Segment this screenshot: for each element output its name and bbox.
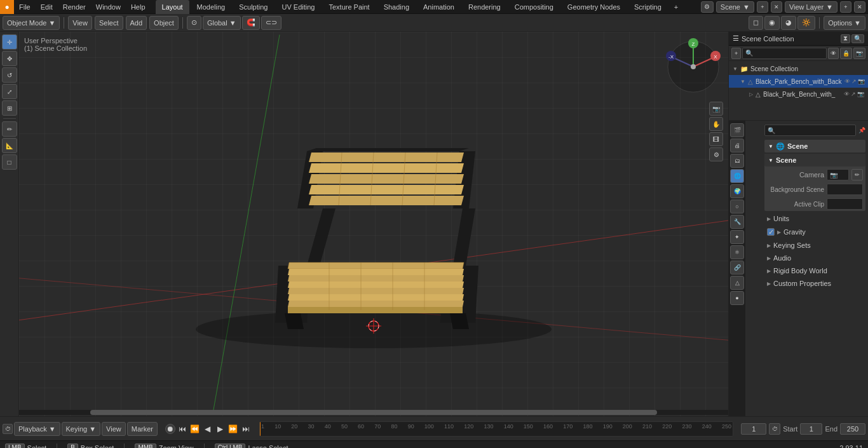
transform-tool[interactable]: ⊞ — [2, 100, 17, 116]
outliner-restrict-btn[interactable]: 🔒 — [840, 48, 852, 59]
props-constraints-btn[interactable]: 🔗 — [730, 261, 744, 275]
frame-time-mode-btn[interactable]: ⏱ — [769, 423, 780, 435]
user-preferences-btn[interactable]: ⚙ — [701, 1, 714, 13]
props-pin-btn[interactable]: 📌 — [858, 127, 865, 133]
props-world-btn[interactable]: 🌍 — [730, 184, 744, 198]
marker-menu[interactable]: Marker — [127, 422, 158, 436]
tab-rendering[interactable]: Rendering — [462, 0, 507, 14]
props-audio-section[interactable]: ▶ Audio — [764, 252, 865, 264]
item-view-icon[interactable]: 👁 — [844, 78, 850, 85]
timeline-view-menu[interactable]: View — [102, 422, 126, 436]
keying-menu[interactable]: Keying ▼ — [62, 422, 101, 436]
play-btn[interactable]: ▶ — [215, 423, 226, 435]
proportional-edit-btn[interactable]: ⊂⊃ — [261, 16, 281, 30]
timeline-mode-btn[interactable]: ⏱ — [3, 424, 13, 434]
tab-animation[interactable]: Animation — [417, 0, 461, 14]
outliner-search-btn[interactable]: 🔍 — [851, 34, 864, 43]
cursor-tool[interactable]: ✛ — [2, 34, 17, 50]
gravity-checkbox[interactable]: ✓ — [767, 228, 775, 236]
tab-layout[interactable]: Layout — [156, 0, 189, 14]
view-menu[interactable]: View — [68, 16, 92, 30]
viewport[interactable]: User Perspective (1) Scene Collection — [19, 32, 728, 416]
viewlayer-add-btn[interactable]: + — [840, 1, 851, 13]
object-menu[interactable]: Object — [149, 16, 179, 30]
bg-scene-input[interactable] — [827, 184, 863, 195]
item2-select-icon[interactable]: ↗ — [851, 91, 856, 97]
props-material-btn[interactable]: ● — [730, 291, 744, 305]
outliner-filter-btn[interactable]: ⧗ — [841, 34, 850, 43]
rotate-tool[interactable]: ↺ — [2, 67, 17, 83]
hand-tool-btn[interactable]: ✋ — [709, 117, 723, 131]
jump-end-btn[interactable]: ⏭ — [240, 423, 252, 435]
props-output-btn[interactable]: 🖨 — [730, 139, 744, 153]
menu-edit[interactable]: Edit — [36, 0, 58, 14]
play-reverse-btn[interactable]: ◀ — [202, 423, 214, 435]
add-menu[interactable]: Add — [126, 16, 147, 30]
props-custom-props-section[interactable]: ▶ Custom Properties — [764, 277, 865, 290]
add-workspace-btn[interactable]: + — [669, 0, 683, 14]
record-btn[interactable]: ⏺ — [165, 424, 175, 434]
props-physics-btn[interactable]: ⚛ — [730, 245, 744, 259]
item2-render-icon[interactable]: 📷 — [857, 91, 864, 97]
tab-compositing[interactable]: Compositing — [508, 0, 560, 14]
props-particles-btn[interactable]: ✦ — [730, 230, 744, 244]
scene-remove-btn[interactable]: ✕ — [771, 1, 782, 13]
active-clip-input[interactable] — [827, 198, 863, 210]
camera-edit-btn[interactable]: ✏ — [851, 169, 863, 180]
blender-logo[interactable]: ● — [0, 0, 14, 14]
measure-tool[interactable]: 📐 — [2, 138, 17, 153]
playback-menu[interactable]: Playback ▼ — [14, 422, 60, 436]
viewlayer-remove-btn[interactable]: ✕ — [854, 1, 865, 13]
zoom-in-btn[interactable]: 🎞 — [709, 132, 723, 146]
transform-pivot-btn[interactable]: ⊙ — [187, 16, 201, 30]
menu-file[interactable]: File — [14, 0, 36, 14]
snap-btn[interactable]: 🧲 — [242, 16, 260, 30]
item2-view-icon[interactable]: 👁 — [844, 91, 850, 97]
mode-selector[interactable]: Object Mode ▼ — [3, 16, 60, 30]
select-menu[interactable]: Select — [95, 16, 123, 30]
props-scene-sub-header[interactable]: ▼ Scene — [764, 154, 865, 166]
add-cube-tool[interactable]: □ — [2, 154, 17, 170]
viewport-extra-btn[interactable]: ⚙ — [709, 147, 723, 161]
outliner-item-bench-mesh[interactable]: ▷ △ Black_Park_Bench_with_ 👁 ↗ 📷 — [729, 88, 868, 100]
scene-selector[interactable]: Scene ▼ — [716, 1, 754, 13]
scrollbar-thumb[interactable] — [90, 410, 658, 415]
tab-shading[interactable]: Shading — [377, 0, 416, 14]
props-data-btn[interactable]: △ — [730, 276, 744, 290]
outliner-item-bench-parent[interactable]: ▼ △ Black_Park_Bench_with_Back 👁 ↗ 📷 — [729, 75, 868, 88]
props-object-btn[interactable]: ○ — [730, 200, 744, 214]
timeline-track[interactable]: 1 10 20 30 40 50 60 70 80 90 100 110 120… — [259, 421, 733, 437]
scene-add-btn[interactable]: + — [757, 1, 768, 13]
props-units-section[interactable]: ▶ Units — [764, 212, 865, 225]
step-back-btn[interactable]: ⏪ — [189, 423, 201, 435]
transform-orientations-btn[interactable]: Global ▼ — [203, 16, 241, 30]
props-rigidbody-section[interactable]: ▶ Rigid Body World — [764, 264, 865, 277]
item-render-icon[interactable]: 📷 — [858, 78, 865, 85]
current-frame-input[interactable] — [741, 423, 766, 435]
end-frame-input[interactable] — [840, 423, 865, 435]
outliner-visibility-btn[interactable]: 👁 — [828, 48, 839, 59]
props-keying-section[interactable]: ▶ Keying Sets — [764, 239, 865, 252]
outliner-scene-collection[interactable]: ▼ 📁 Scene Collection — [729, 62, 868, 75]
item-select-icon[interactable]: ↗ — [851, 78, 857, 85]
options-btn[interactable]: Options ▼ — [824, 16, 865, 30]
scale-tool[interactable]: ⤢ — [2, 84, 17, 99]
jump-start-btn[interactable]: ⏮ — [177, 423, 188, 435]
props-scene-section[interactable]: ▼ 🌐 Scene — [764, 140, 865, 153]
outliner-new-btn[interactable]: + — [731, 48, 741, 59]
rendered-btn[interactable]: 🔆 — [797, 16, 815, 30]
camera-input[interactable]: 📷 — [827, 169, 849, 180]
step-forward-btn[interactable]: ⏩ — [227, 423, 239, 435]
outliner-render-btn[interactable]: 📷 — [853, 48, 865, 59]
move-tool[interactable]: ✥ — [2, 51, 17, 66]
props-render-btn[interactable]: 🎬 — [730, 123, 744, 137]
camera-view-btn[interactable]: 📷 — [709, 102, 723, 116]
menu-help[interactable]: Help — [126, 0, 151, 14]
tab-scripting[interactable]: Scripting — [628, 0, 668, 14]
props-modifier-btn[interactable]: 🔧 — [730, 215, 744, 229]
annotate-tool[interactable]: ✏ — [2, 121, 17, 137]
tab-modeling[interactable]: Modeling — [191, 0, 232, 14]
navigation-gizmo[interactable]: X -X Z — [665, 38, 722, 95]
viewport-scrollbar[interactable] — [19, 410, 728, 415]
material-preview-btn[interactable]: ◕ — [781, 16, 796, 30]
